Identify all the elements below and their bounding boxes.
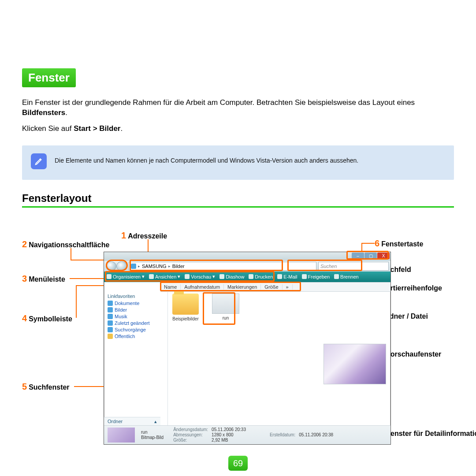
share-icon bbox=[302, 274, 307, 279]
section-title-badge: Fenster bbox=[22, 68, 76, 87]
leader-line bbox=[74, 386, 105, 387]
toolbar-item[interactable]: Brennen bbox=[334, 274, 359, 279]
burn-icon bbox=[334, 274, 339, 279]
click-pre: Klicken Sie auf bbox=[22, 124, 74, 133]
toolbar-item[interactable]: Freigeben bbox=[302, 274, 330, 279]
detail-dim-label: Abmessungen: bbox=[173, 432, 208, 437]
folder-item[interactable]: Beispielbilder bbox=[172, 294, 199, 321]
leader-line bbox=[71, 248, 71, 260]
folder-icon bbox=[172, 294, 199, 315]
file-area: Beispielbilder run bbox=[168, 291, 390, 426]
detail-size: 2,92 MB bbox=[212, 438, 246, 443]
note-box: Die Elemente und Namen können je nach Co… bbox=[22, 145, 454, 180]
highlight-addressbar bbox=[130, 260, 283, 271]
leader-line bbox=[70, 278, 105, 279]
highlight-search bbox=[287, 260, 362, 271]
detail-created-label: Erstelldatum: bbox=[270, 432, 295, 437]
sidebar-folders-toggle[interactable]: Ordner▴ bbox=[104, 417, 160, 426]
click-instruction: Klicken Sie auf Start > Bilder. bbox=[22, 124, 454, 133]
pencil-icon bbox=[31, 153, 47, 169]
sidebar-item[interactable]: Öffentlich bbox=[108, 334, 164, 339]
search-icon bbox=[108, 327, 113, 332]
note-text: Die Elemente und Namen können je nach Co… bbox=[55, 153, 358, 164]
document-icon bbox=[108, 301, 113, 306]
pictures-icon bbox=[108, 307, 113, 312]
detail-meta: Erstelldatum:05.11.2006 20:38 bbox=[270, 432, 333, 437]
email-icon bbox=[277, 274, 282, 279]
detail-created: 05.11.2006 20:38 bbox=[299, 432, 333, 437]
window-layout-diagram: 2Navigationsschaltfläche 1Adresszeile 3M… bbox=[22, 212, 454, 450]
highlight-windowbuttons bbox=[346, 251, 389, 260]
leader-line bbox=[76, 285, 77, 318]
callout-1: 1Adresszeile bbox=[121, 231, 167, 241]
click-bold: Start > Bilder bbox=[74, 124, 120, 133]
sidebar-header: Linkfavoriten bbox=[108, 294, 164, 299]
detail-size-label: Größe: bbox=[173, 438, 208, 443]
detail-type: Bitmap-Bild bbox=[141, 435, 164, 440]
detail-dim: 1280 x 800 bbox=[212, 432, 246, 437]
callout-4: 4Symbolleiste bbox=[22, 313, 72, 324]
sidebar-item[interactable]: Bilder bbox=[108, 307, 164, 312]
music-icon bbox=[108, 314, 113, 319]
intro-paragraph: Ein Fenster ist der grundlegende Rahmen … bbox=[22, 98, 454, 118]
detail-name: run bbox=[141, 430, 164, 435]
page-number: 69 bbox=[228, 456, 248, 471]
sidebar-item[interactable]: Suchvorgänge bbox=[108, 327, 164, 332]
detail-date: 05.11.2006 20:33 bbox=[212, 427, 246, 432]
callout-6: 6Fenstertaste bbox=[375, 238, 423, 249]
intro-text-post: . bbox=[65, 108, 67, 117]
chevron-up-icon: ▴ bbox=[154, 419, 157, 424]
sidebar-item[interactable]: Musik bbox=[108, 314, 164, 319]
detail-meta: run Bitmap-Bild bbox=[141, 430, 167, 440]
recent-icon bbox=[108, 320, 113, 326]
leader-line bbox=[361, 243, 375, 244]
detail-date-label: Änderungsdatum: bbox=[173, 427, 208, 432]
detail-meta: Änderungsdatum:05.11.2006 20:33 Abmessun… bbox=[173, 427, 246, 443]
leader-line bbox=[76, 285, 107, 286]
intro-bold: Bildfensters bbox=[22, 108, 65, 117]
toolbar-item[interactable]: E-Mail bbox=[277, 274, 297, 279]
detail-thumb bbox=[108, 428, 135, 443]
highlight-nav bbox=[106, 260, 128, 271]
sidebar-item[interactable]: Zuletzt geändert bbox=[108, 320, 164, 326]
highlight-file bbox=[203, 292, 235, 325]
highlight-toolbar bbox=[105, 271, 275, 282]
public-icon bbox=[108, 334, 113, 339]
preview-pane bbox=[324, 344, 386, 384]
window-body: Linkfavoriten Dokumente Bilder Musik Zul… bbox=[104, 291, 390, 426]
highlight-columns bbox=[160, 282, 301, 291]
details-pane: run Bitmap-Bild Änderungsdatum:05.11.200… bbox=[104, 425, 390, 444]
subsection-heading: Fensterlayout bbox=[22, 192, 454, 205]
intro-text: Ein Fenster ist der grundlegende Rahmen … bbox=[22, 98, 415, 107]
section-rule bbox=[22, 206, 454, 208]
click-post: . bbox=[120, 124, 123, 133]
callout-2: 2Navigationsschaltfläche bbox=[22, 239, 109, 249]
sidebar: Linkfavoriten Dokumente Bilder Musik Zul… bbox=[104, 291, 168, 426]
item-label: Beispielbilder bbox=[172, 316, 199, 321]
sidebar-item[interactable]: Dokumente bbox=[108, 301, 164, 306]
callout-5: 5Suchfenster bbox=[22, 382, 70, 392]
callout-3: 3Menüleiste bbox=[22, 274, 65, 284]
